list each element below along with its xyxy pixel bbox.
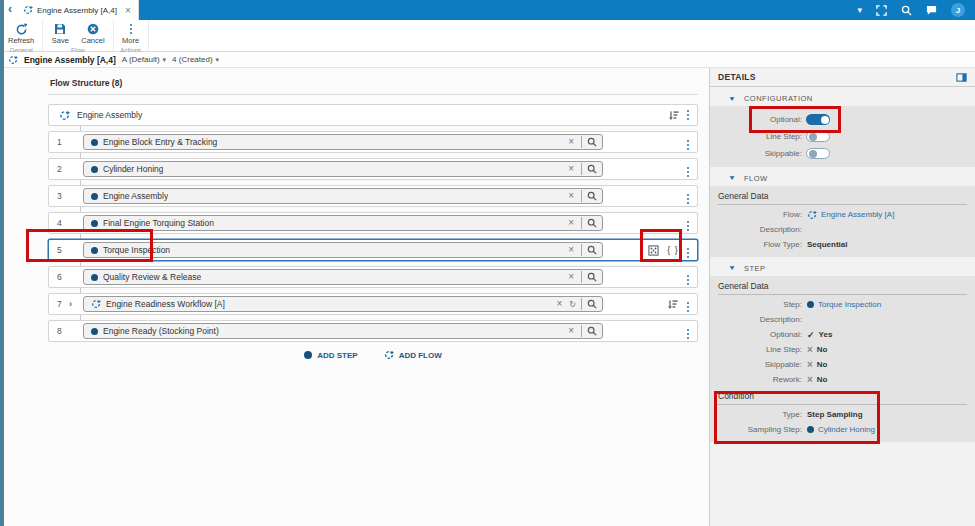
field-value-link[interactable]: Torque Inspection xyxy=(818,300,881,309)
more-icon xyxy=(130,23,132,35)
step-selector-input[interactable]: Torque Inspection× xyxy=(83,242,603,258)
toggle-row: Optional: xyxy=(718,111,967,128)
step-selector-input[interactable]: Engine Ready (Stocking Point)× xyxy=(83,323,603,339)
step-dot-icon xyxy=(91,139,98,146)
step-name-label: Quality Review & Release xyxy=(103,272,201,282)
step-selector-input[interactable]: Engine Readiness Workflow [A]×↻ xyxy=(83,296,603,312)
field-value-link[interactable]: Cylinder Honing xyxy=(818,425,875,434)
search-icon[interactable] xyxy=(581,163,598,175)
flow-step-row[interactable]: 7›Engine Readiness Workflow [A]×↻ xyxy=(48,293,698,315)
clear-icon[interactable]: × xyxy=(554,299,564,309)
section-configuration-header[interactable]: ▼ CONFIGURATION xyxy=(710,90,975,106)
add-flow-button[interactable]: ADD FLOW xyxy=(384,350,442,360)
flow-structure-list: Engine Assembly 1Engine Block Entry & Tr… xyxy=(48,104,698,360)
more-menu-icon[interactable] xyxy=(687,215,689,230)
refresh-button[interactable]: Refresh xyxy=(2,22,40,46)
fullscreen-icon[interactable] xyxy=(876,5,887,16)
line-step-toggle[interactable] xyxy=(806,131,830,142)
cancel-button[interactable]: Cancel xyxy=(75,22,110,46)
search-icon[interactable] xyxy=(581,244,598,256)
step-selector-input[interactable]: Engine Block Entry & Tracking× xyxy=(83,134,603,150)
more-menu-icon[interactable] xyxy=(687,188,689,203)
optional-toggle[interactable] xyxy=(806,114,830,125)
more-menu-icon[interactable] xyxy=(687,134,689,149)
sort-icon[interactable] xyxy=(668,110,680,121)
clear-icon[interactable]: × xyxy=(566,137,576,147)
step-name-label: Engine Block Entry & Tracking xyxy=(103,137,217,147)
root-flow-row[interactable]: Engine Assembly xyxy=(48,104,698,126)
more-menu-icon[interactable] xyxy=(687,323,689,338)
skippable-toggle[interactable] xyxy=(806,148,830,159)
chat-icon[interactable] xyxy=(926,5,937,16)
clear-icon[interactable]: × xyxy=(566,272,576,282)
section-step-header[interactable]: ▼ STEP xyxy=(710,260,975,276)
field-value-text: Sequential xyxy=(807,240,847,249)
tab-engine-assembly[interactable]: Engine Assembly [A,4] × xyxy=(16,0,139,20)
clear-icon[interactable]: × xyxy=(566,164,576,174)
search-icon[interactable] xyxy=(581,298,598,310)
detail-field-row: Rework:×No xyxy=(718,372,967,387)
clear-icon[interactable]: × xyxy=(566,245,576,255)
braces-icon[interactable]: { } xyxy=(667,245,679,255)
field-label: Description: xyxy=(718,225,802,234)
step-dot-icon xyxy=(807,426,814,433)
save-button-label: Save xyxy=(52,36,69,45)
field-value-link[interactable]: Engine Assembly [A] xyxy=(821,210,894,219)
field-label: Flow Type: xyxy=(718,240,802,249)
tab-close-icon[interactable]: × xyxy=(125,5,131,16)
flow-icon xyxy=(91,299,101,309)
search-icon[interactable] xyxy=(901,5,912,16)
search-icon[interactable] xyxy=(581,325,598,337)
clear-icon[interactable]: × xyxy=(566,326,576,336)
more-button[interactable]: More xyxy=(116,22,146,46)
chevron-down-icon[interactable]: ▾ xyxy=(857,5,862,15)
step-selector-input[interactable]: Cylinder Honing× xyxy=(83,161,603,177)
revision-selector[interactable]: A (Default)▾ xyxy=(122,55,166,64)
search-icon[interactable] xyxy=(581,217,598,229)
row-number: 8 xyxy=(57,326,69,336)
step-selector-input[interactable]: Engine Assembly× xyxy=(83,188,603,204)
add-step-button[interactable]: ADD STEP xyxy=(304,350,357,360)
flow-step-row[interactable]: 5Torque Inspection×{ } xyxy=(48,239,698,261)
field-value: Engine Assembly [A] xyxy=(807,210,894,220)
more-menu-icon[interactable] xyxy=(687,110,689,120)
cancel-button-label: Cancel xyxy=(81,36,104,45)
search-icon[interactable] xyxy=(581,190,598,202)
search-icon[interactable] xyxy=(581,271,598,283)
revision-icon[interactable]: ↻ xyxy=(569,300,576,309)
flow-icon xyxy=(807,210,817,220)
avatar[interactable]: J xyxy=(951,3,965,17)
field-value-text: Step Sampling xyxy=(807,410,863,419)
collapse-panel-icon[interactable] xyxy=(956,72,967,83)
more-menu-icon[interactable] xyxy=(687,242,689,257)
more-menu-icon[interactable] xyxy=(687,161,689,176)
back-icon[interactable]: ‹ xyxy=(6,2,16,18)
field-label: Sampling Step: xyxy=(718,425,802,434)
version-selector[interactable]: 4 (Created)▾ xyxy=(172,55,219,64)
flow-step-row[interactable]: 2Cylinder Honing× xyxy=(48,158,698,180)
search-icon[interactable] xyxy=(581,136,598,148)
section-flow-header[interactable]: ▼ FLOW xyxy=(710,170,975,186)
cross-icon: × xyxy=(807,345,813,354)
more-menu-icon[interactable] xyxy=(687,269,689,284)
expand-chevron-icon[interactable]: › xyxy=(69,299,83,309)
flow-step-row[interactable]: 3Engine Assembly× xyxy=(48,185,698,207)
chevron-down-icon: ▾ xyxy=(163,56,167,64)
save-button[interactable]: Save xyxy=(45,22,75,46)
step-selector-input[interactable]: Final Engine Torquing Station× xyxy=(83,215,603,231)
flow-step-row[interactable]: 6Quality Review & Release× xyxy=(48,266,698,288)
row-number: 3 xyxy=(57,191,69,201)
flow-step-row[interactable]: 8Engine Ready (Stocking Point)× xyxy=(48,320,698,342)
flow-icon xyxy=(384,350,394,360)
chevron-down-icon: ▼ xyxy=(728,94,736,101)
clear-icon[interactable]: × xyxy=(566,218,576,228)
sampling-icon[interactable] xyxy=(648,245,659,256)
clear-icon[interactable]: × xyxy=(566,191,576,201)
flow-step-row[interactable]: 1Engine Block Entry & Tracking× xyxy=(48,131,698,153)
field-label: Skippable: xyxy=(718,360,802,369)
sort-icon[interactable] xyxy=(667,299,679,310)
more-menu-icon[interactable] xyxy=(687,296,689,311)
flow-step-row[interactable]: 4Final Engine Torquing Station× xyxy=(48,212,698,234)
step-selector-input[interactable]: Quality Review & Release× xyxy=(83,269,603,285)
step-dot-icon xyxy=(91,193,98,200)
